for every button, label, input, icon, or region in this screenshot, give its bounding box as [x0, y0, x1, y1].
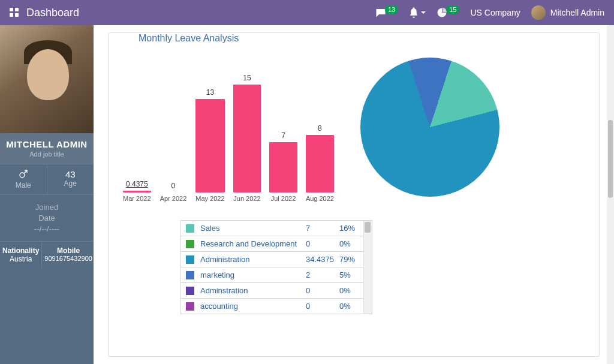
bar-value: 0.4375 — [126, 180, 148, 188]
chevron-down-icon — [421, 11, 426, 14]
legend-scrollbar[interactable] — [363, 221, 372, 314]
monthly-leave-bar-chart: 0.4375Mar 20220Apr 202213May 202215Jun 2… — [121, 52, 336, 202]
legend-swatch — [186, 224, 194, 233]
nationality-label: Nationality — [2, 246, 39, 255]
main-content: Monthly Leave Analysis 0.4375Mar 20220Ap… — [94, 25, 614, 364]
bar-value: 7 — [281, 131, 285, 140]
bar — [233, 85, 261, 192]
pie-legend-table: Sales716%Research and Development00%Admi… — [180, 220, 372, 314]
bar-col: 13May 2022 — [195, 88, 224, 202]
company-name: US Company — [470, 8, 520, 17]
legend-name: Research and Development — [200, 239, 306, 248]
nationality-value: Austria — [2, 255, 39, 263]
bar-category-label: Jul 2022 — [271, 195, 296, 202]
legend-row[interactable]: Research and Development00% — [181, 236, 372, 252]
legend-value: 0 — [306, 302, 339, 311]
bar-value: 0 — [171, 182, 176, 190]
bar-category-label: Aug 2022 — [306, 195, 334, 202]
bar-col: 7Jul 2022 — [269, 131, 297, 202]
profile-sidebar: MITCHELL ADMIN Add job title Male 43 Age… — [0, 25, 94, 364]
bar-category-label: Mar 2022 — [123, 195, 151, 202]
bar-col: 0.4375Mar 2022 — [123, 180, 151, 202]
profile-photo — [0, 25, 94, 133]
user-menu[interactable]: Mitchell Admin — [531, 5, 604, 20]
legend-percent: 5% — [339, 270, 361, 279]
company-selector[interactable]: US Company — [470, 8, 520, 17]
notifications-icon[interactable] — [409, 7, 426, 18]
legend-row[interactable]: marketing25% — [181, 267, 372, 283]
profile-name: MITCHELL ADMIN — [2, 139, 91, 149]
page-scrollbar[interactable] — [607, 25, 614, 364]
legend-value: 0 — [306, 286, 339, 295]
bar-value: 8 — [318, 124, 322, 133]
legend-swatch — [186, 240, 194, 248]
gender-label: Male — [2, 181, 44, 189]
joined-label: Joined — [2, 203, 91, 212]
legend-row[interactable]: accounting00% — [181, 299, 372, 314]
legend-value: 0 — [306, 239, 339, 248]
svg-point-0 — [20, 173, 25, 178]
date-value: --/--/---- — [2, 224, 91, 233]
avatar — [531, 5, 546, 20]
legend-value: 7 — [306, 224, 339, 233]
legend-percent: 79% — [339, 255, 361, 264]
legend-value: 34.4375 — [306, 255, 339, 264]
activities-icon[interactable]: 15 — [437, 7, 459, 18]
analysis-card: Monthly Leave Analysis 0.4375Mar 20220Ap… — [108, 32, 600, 357]
messages-badge: 13 — [385, 5, 398, 14]
bar-category-label: Jun 2022 — [233, 195, 260, 202]
bar-category-label: May 2022 — [195, 195, 224, 202]
age-label: Age — [50, 179, 92, 188]
bar-col: 0Apr 2022 — [159, 182, 188, 202]
messages-icon[interactable]: 13 — [375, 8, 398, 17]
job-title-field[interactable]: Add job title — [2, 151, 91, 158]
bar — [269, 142, 297, 192]
activities-badge: 15 — [446, 5, 459, 14]
bar — [306, 135, 334, 192]
legend-name: Adminstration — [200, 286, 306, 295]
top-navbar: Dashboard 13 15 US Company Mitchell Admi… — [0, 0, 614, 25]
chart-title: Monthly Leave Analysis — [121, 33, 587, 52]
legend-name: marketing — [200, 270, 306, 279]
mobile-value: 9091675432900 — [44, 255, 92, 262]
legend-swatch — [186, 255, 194, 264]
legend-swatch — [186, 271, 194, 279]
bar — [123, 191, 151, 192]
bar-value: 13 — [206, 88, 214, 97]
legend-row[interactable]: Sales716% — [181, 221, 372, 236]
legend-swatch — [186, 302, 194, 311]
bar — [195, 99, 224, 192]
bar-category-label: Apr 2022 — [160, 195, 187, 202]
bar-value: 15 — [243, 74, 251, 82]
user-name: Mitchell Admin — [550, 8, 604, 17]
leave-pie-chart — [360, 58, 499, 197]
date-label: Date — [2, 213, 91, 222]
legend-percent: 0% — [339, 302, 361, 311]
legend-swatch — [186, 287, 194, 295]
legend-row[interactable]: Adminstration00% — [181, 283, 372, 299]
legend-name: accounting — [200, 302, 306, 311]
legend-row[interactable]: Administration34.437579% — [181, 252, 372, 267]
legend-percent: 16% — [339, 224, 361, 233]
bar-col: 15Jun 2022 — [233, 74, 261, 202]
mobile-label: Mobile — [44, 246, 92, 255]
legend-percent: 0% — [339, 286, 361, 295]
age-value: 43 — [50, 169, 92, 179]
gender-icon — [2, 169, 44, 181]
legend-percent: 0% — [339, 239, 361, 248]
legend-name: Administration — [200, 255, 306, 264]
apps-icon[interactable] — [10, 8, 19, 17]
legend-value: 2 — [306, 270, 339, 279]
page-title[interactable]: Dashboard — [26, 7, 79, 19]
bar-col: 8Aug 2022 — [306, 124, 334, 202]
legend-name: Sales — [200, 224, 306, 233]
